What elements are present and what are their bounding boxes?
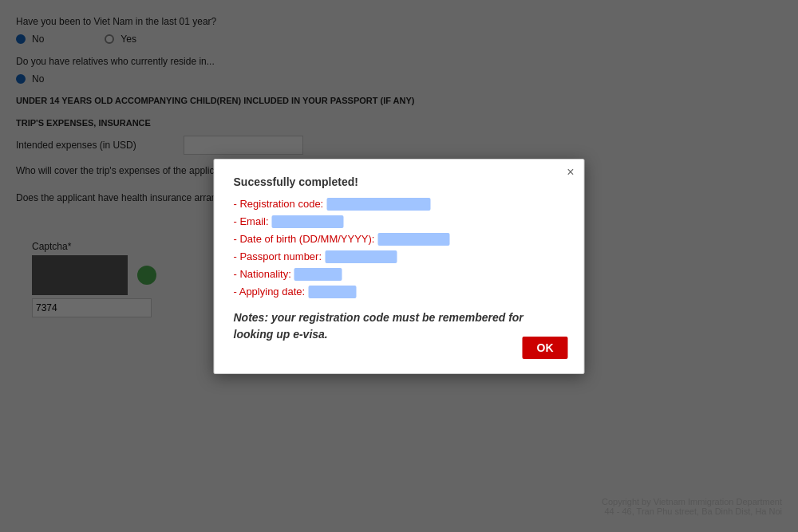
passport-row: - Passport number:	[234, 250, 565, 263]
email-value	[272, 215, 344, 228]
reg-code-row: - Registration code:	[234, 198, 565, 211]
applying-value	[308, 286, 356, 298]
passport-label: - Passport number:	[234, 250, 322, 263]
nationality-value	[294, 268, 342, 281]
modal-title: Sucessfully completed!	[234, 175, 565, 188]
applying-row: - Applying date:	[234, 286, 565, 298]
modal-ok-button[interactable]: OK	[523, 337, 568, 359]
dob-row: - Date of birth (DD/MM/YYYY):	[234, 233, 565, 246]
email-row: - Email:	[234, 215, 565, 228]
reg-code-value	[326, 198, 430, 211]
passport-value	[325, 250, 397, 263]
email-label: - Email:	[234, 215, 269, 228]
reg-code-label: - Registration code:	[234, 198, 324, 211]
modal-note: Notes: your registration code must be re…	[234, 309, 565, 343]
modal-close-button[interactable]: ×	[567, 166, 574, 179]
dob-label: - Date of birth (DD/MM/YYYY):	[234, 233, 375, 246]
nationality-label: - Nationality:	[234, 268, 291, 281]
nationality-row: - Nationality:	[234, 268, 565, 281]
applying-label: - Applying date:	[234, 286, 306, 298]
dob-value	[377, 233, 449, 246]
success-modal: × Sucessfully completed! - Registration …	[214, 159, 585, 374]
